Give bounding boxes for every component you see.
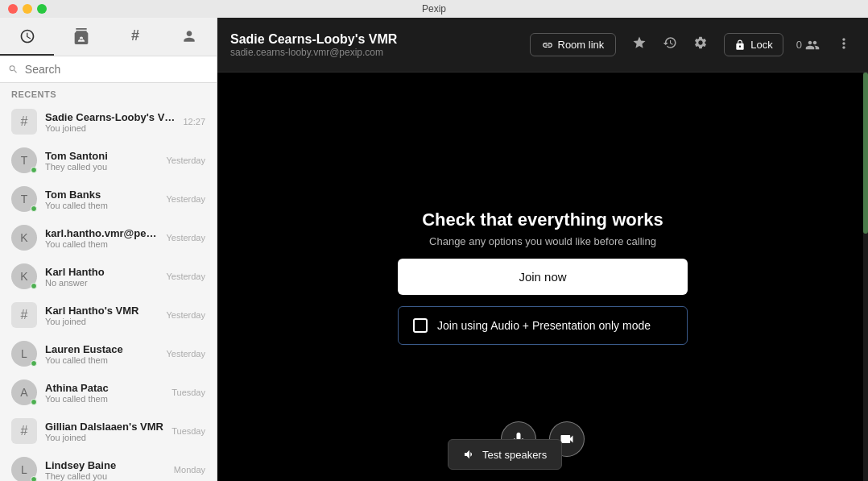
avatar: # bbox=[11, 302, 37, 328]
nav-item-profile[interactable] bbox=[163, 18, 217, 56]
nav-item-contacts[interactable] bbox=[54, 18, 108, 56]
recent-info: Athina PatacYou called them bbox=[45, 382, 163, 404]
recent-info: Karl Hantho's VMRYou joined bbox=[45, 305, 158, 326]
recent-name: Tom Santoni bbox=[45, 150, 158, 162]
vmr-area: Check that everything works Change any o… bbox=[217, 73, 868, 481]
online-indicator bbox=[31, 360, 37, 367]
online-indicator bbox=[31, 399, 37, 405]
recent-info: Lauren EustaceYou called them bbox=[45, 343, 158, 365]
sidebar: # RECENTS #Sadie Cearns-Looby's VMRYou j… bbox=[0, 18, 217, 481]
participants-icon bbox=[805, 38, 820, 52]
person-icon bbox=[181, 28, 197, 44]
recent-sub: You joined bbox=[45, 317, 158, 326]
recent-name: Karl Hantho's VMR bbox=[45, 305, 158, 317]
recent-time: Tuesday bbox=[172, 426, 205, 436]
list-item[interactable]: LLindsey BaineThey called youMonday bbox=[0, 450, 217, 481]
lock-icon bbox=[734, 39, 746, 51]
online-indicator bbox=[31, 167, 37, 173]
recent-sub: You called them bbox=[45, 239, 158, 249]
clock-icon bbox=[19, 28, 35, 44]
lock-label: Lock bbox=[750, 39, 772, 51]
recent-sub: They called you bbox=[45, 162, 158, 172]
recent-info: Karl HanthoNo answer bbox=[45, 266, 158, 288]
participants-badge: 0 bbox=[796, 38, 820, 52]
test-speakers-button[interactable]: Test speakers bbox=[448, 439, 562, 470]
audio-mode-button[interactable]: Join using Audio + Presentation only mod… bbox=[398, 306, 688, 345]
more-menu-icon[interactable] bbox=[833, 32, 855, 58]
online-indicator bbox=[31, 283, 37, 289]
search-input[interactable] bbox=[25, 63, 209, 76]
avatar: L bbox=[11, 341, 37, 367]
close-button[interactable] bbox=[8, 4, 18, 14]
maximize-button[interactable] bbox=[37, 4, 47, 14]
title-bar: Pexip bbox=[0, 0, 868, 18]
list-item[interactable]: TTom BanksYou called themYesterday bbox=[0, 180, 217, 218]
star-icon[interactable] bbox=[629, 32, 650, 57]
recent-time: Tuesday bbox=[172, 388, 205, 397]
list-item[interactable]: TTom SantoniThey called youYesterday bbox=[0, 141, 217, 180]
recent-time: 12:27 bbox=[183, 117, 205, 126]
room-name: Sadie Cearns-Looby's VMR bbox=[230, 32, 517, 47]
recent-time: Yesterday bbox=[166, 349, 205, 359]
scroll-thumb[interactable] bbox=[863, 73, 868, 234]
minimize-button[interactable] bbox=[23, 4, 32, 14]
audio-mode-checkbox[interactable] bbox=[413, 318, 428, 333]
recent-sub: You joined bbox=[45, 433, 163, 442]
room-link-label: Room link bbox=[558, 39, 605, 51]
room-email: sadie.cearns-looby.vmr@pexip.com bbox=[230, 47, 517, 58]
avatar: L bbox=[11, 457, 37, 481]
recents-label: RECENTS bbox=[0, 83, 217, 102]
recent-sub: You called them bbox=[45, 394, 163, 404]
recent-info: Lindsey BaineThey called you bbox=[45, 459, 166, 481]
online-indicator bbox=[31, 205, 37, 212]
recent-info: Sadie Cearns-Looby's VMRYou joined bbox=[45, 111, 175, 133]
room-info: Sadie Cearns-Looby's VMR sadie.cearns-lo… bbox=[230, 32, 517, 58]
avatar: A bbox=[11, 379, 37, 405]
recent-name: Athina Patac bbox=[45, 382, 163, 394]
avatar: K bbox=[11, 225, 37, 251]
check-subtitle: Change any options you would like before… bbox=[429, 235, 656, 247]
list-item[interactable]: #Sadie Cearns-Looby's VMRYou joined12:27 bbox=[0, 102, 217, 141]
recent-name: Lauren Eustace bbox=[45, 343, 158, 355]
speaker-icon bbox=[463, 448, 476, 461]
search-icon bbox=[8, 64, 19, 75]
window-title: Pexip bbox=[422, 3, 446, 15]
history-icon[interactable] bbox=[659, 32, 680, 57]
recent-time: Yesterday bbox=[166, 310, 205, 320]
link-icon bbox=[542, 39, 553, 51]
join-now-button[interactable]: Join now bbox=[398, 259, 688, 295]
app-body: # RECENTS #Sadie Cearns-Looby's VMRYou j… bbox=[0, 18, 868, 481]
recent-time: Yesterday bbox=[166, 155, 205, 165]
main-header: Sadie Cearns-Looby's VMR sadie.cearns-lo… bbox=[217, 18, 868, 73]
main-content: Sadie Cearns-Looby's VMR sadie.cearns-lo… bbox=[217, 18, 868, 481]
list-item[interactable]: Kkarl.hantho.vmr@pexipd...You called the… bbox=[0, 218, 217, 257]
nav-item-recent[interactable] bbox=[0, 18, 54, 56]
recent-name: Tom Banks bbox=[45, 189, 158, 201]
test-speakers-label: Test speakers bbox=[482, 449, 547, 461]
check-card: Check that everything works Change any o… bbox=[398, 209, 688, 345]
list-item[interactable]: #Gillian Dalslaaen's VMRYou joinedTuesda… bbox=[0, 412, 217, 450]
header-icons bbox=[629, 32, 711, 57]
settings-icon[interactable] bbox=[690, 32, 711, 57]
recent-name: Gillian Dalslaaen's VMR bbox=[45, 421, 163, 433]
recent-name: Sadie Cearns-Looby's VMR bbox=[45, 111, 175, 123]
nav-item-channels[interactable]: # bbox=[109, 18, 163, 56]
scroll-indicator[interactable] bbox=[863, 73, 868, 481]
online-indicator bbox=[31, 476, 37, 481]
recent-time: Yesterday bbox=[166, 233, 205, 243]
recent-sub: You joined bbox=[45, 123, 175, 133]
window-controls[interactable] bbox=[8, 4, 47, 14]
list-item[interactable]: AAthina PatacYou called themTuesday bbox=[0, 373, 217, 412]
recent-info: Tom BanksYou called them bbox=[45, 189, 158, 210]
room-link-button[interactable]: Room link bbox=[530, 33, 617, 56]
recent-time: Monday bbox=[174, 465, 205, 475]
recent-sub: You called them bbox=[45, 355, 158, 365]
list-item[interactable]: #Karl Hantho's VMRYou joinedYesterday bbox=[0, 296, 217, 334]
recent-sub: You called them bbox=[45, 201, 158, 210]
hash-icon: # bbox=[131, 27, 139, 44]
lock-button[interactable]: Lock bbox=[724, 33, 783, 56]
list-item[interactable]: LLauren EustaceYou called themYesterday bbox=[0, 334, 217, 373]
check-title: Check that everything works bbox=[422, 209, 663, 230]
list-item[interactable]: KKarl HanthoNo answerYesterday bbox=[0, 257, 217, 296]
recent-sub: No answer bbox=[45, 278, 158, 288]
